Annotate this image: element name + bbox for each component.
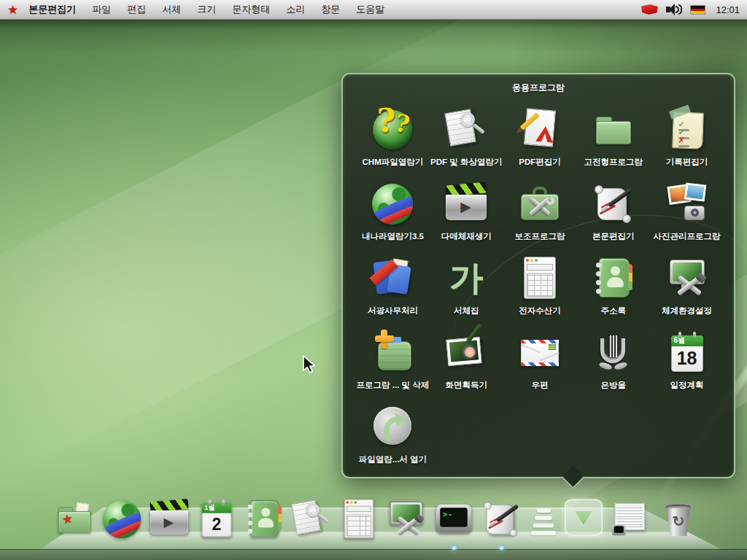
launcher-item-label: 서체집: [454, 306, 479, 316]
dock-item-text-editor[interactable]: [478, 494, 525, 541]
calendar-date-icon: 6월18: [664, 330, 711, 376]
launcher-item[interactable]: 체계환경설정: [650, 251, 724, 325]
launcher-item-label: PDF편집기: [519, 157, 561, 168]
dock-item-calculator[interactable]: [336, 494, 382, 541]
menu-edit[interactable]: 편집: [127, 3, 146, 16]
launcher-item[interactable]: 주소록: [576, 251, 650, 325]
launcher-item[interactable]: 프로그람 ... 및 삭제: [356, 325, 430, 400]
open-arrow-icon: [369, 404, 416, 451]
launcher-item[interactable]: 파일열람...서 열기: [356, 400, 430, 474]
doc-magnifier-icon: [443, 106, 489, 153]
addressbook-icon: [242, 497, 286, 541]
globe-question-icon: ??: [369, 106, 416, 153]
launcher-item-label: PDF 및 화상열람기: [430, 157, 502, 168]
menu-size[interactable]: 크기: [197, 3, 216, 16]
menu-help[interactable]: 도움말: [356, 3, 384, 16]
trash-icon: ↻: [657, 497, 700, 541]
launcher-item-label: 기록편집기: [666, 157, 708, 168]
clapperboard-icon: ▶: [147, 497, 191, 541]
launcher-item[interactable]: 서광사무처리: [356, 251, 430, 325]
addressbook-icon: [590, 255, 637, 302]
office-folders-icon: [369, 255, 416, 302]
clapperboard-icon: ▶: [443, 181, 489, 228]
menu-font[interactable]: 서체: [162, 3, 181, 16]
panel-title: 응용프로그람: [343, 82, 734, 94]
dock-item-system-settings[interactable]: [383, 494, 430, 541]
launcher-item-label: 파일열람...서 열기: [359, 454, 427, 465]
dock-item-app-launcher[interactable]: [560, 494, 607, 541]
dock-item-pdf-viewer[interactable]: [288, 494, 335, 541]
dock-item-media-player[interactable]: ▶: [146, 494, 193, 541]
launcher-item-label: 보조프로그람: [514, 231, 565, 242]
menu-file[interactable]: 파일: [92, 3, 111, 16]
launcher-item[interactable]: 전자수산기: [503, 251, 577, 325]
down-arrow-button-icon: [562, 497, 605, 541]
menu-text-format[interactable]: 문자형태: [232, 3, 270, 16]
dock-floor: [0, 549, 747, 560]
launcher-item-label: 프로그람 ... 및 삭제: [357, 380, 430, 391]
launcher-item[interactable]: PDF편집기: [503, 102, 577, 176]
dock-item-terminal[interactable]: >-: [430, 494, 477, 541]
calendar-date-icon: 1월2: [195, 497, 239, 541]
dock-item-trash[interactable]: ↻: [655, 494, 702, 541]
menu-window[interactable]: 창문: [321, 3, 340, 16]
scroll-pen-icon: [590, 181, 637, 228]
launcher-item[interactable]: PDF 및 화상열람기: [430, 102, 503, 176]
red-flag-icon[interactable]: [641, 4, 658, 15]
launcher-item[interactable]: 본문편집기: [576, 176, 650, 251]
envelope-airmail-icon: [516, 330, 563, 376]
globe-sash-icon: [100, 497, 144, 541]
launcher-item-label: 내나라열람기3.5: [362, 231, 424, 242]
launcher-item[interactable]: ??CHM파일열람기: [356, 102, 430, 176]
speaker-icon[interactable]: [666, 4, 682, 15]
log-window-icon: [609, 497, 653, 541]
pdf-edit-icon: [516, 106, 563, 153]
dock-icons: ★▶1월2>-↻: [51, 494, 703, 541]
launcher-item-label: 고전형프로그람: [584, 157, 643, 168]
dock-item-file-manager[interactable]: ★: [51, 494, 98, 541]
launcher-item[interactable]: ▶다매체재생기: [430, 176, 503, 251]
scroll-pen-icon: [479, 497, 523, 541]
launcher-item[interactable]: 우편: [503, 325, 577, 400]
launcher-item-label: 서광사무처리: [368, 306, 418, 316]
monitor-tools-icon: [664, 255, 711, 302]
launcher-item[interactable]: 은방울: [576, 325, 650, 400]
launcher-item[interactable]: 보조프로그람: [503, 176, 577, 251]
launcher-item[interactable]: 내나라열람기3.5: [356, 176, 430, 251]
launcher-item-label: 본문편집기: [592, 231, 635, 242]
monitor-tools-icon: [384, 497, 428, 541]
dock-item-calendar[interactable]: 1월2: [193, 494, 240, 541]
launcher-item[interactable]: 가서체집: [430, 251, 503, 325]
launcher-item-label: 다매체재생기: [441, 231, 492, 242]
dock-item-address-book[interactable]: [241, 494, 287, 541]
clock: 12:01: [713, 4, 740, 15]
calculator-icon: [516, 255, 563, 302]
dock-item-log-viewer[interactable]: [608, 494, 654, 541]
package-plus-icon: [369, 330, 416, 376]
folder-star-icon: ★: [53, 497, 96, 541]
launcher-item[interactable]: ✓✓✗기록편집기: [650, 102, 724, 176]
dock-item-naenara-browser[interactable]: [98, 494, 145, 541]
german-flag-icon[interactable]: [690, 5, 705, 15]
dock-item-separator: [525, 494, 559, 541]
menubar: ★ 본문편집기 파일 편집 서체 크기 문자형태 소리 창문 도움말 12:01: [0, 0, 747, 20]
launcher-item[interactable]: 6월18일정계획: [650, 325, 724, 400]
launcher-item[interactable]: 고전형프로그람: [576, 102, 650, 176]
dock: ★▶1월2>-↻: [0, 480, 747, 560]
toolbox-green-icon: [516, 181, 563, 228]
active-app-menu[interactable]: 본문편집기: [28, 3, 76, 16]
launcher-item[interactable]: 사진관리프로그람: [650, 176, 724, 251]
red-star-icon: ★: [7, 2, 18, 18]
note-checklist-icon: ✓✓✗: [664, 106, 711, 153]
app-grid: ??CHM파일열람기PDF 및 화상열람기PDF편집기고전형프로그람✓✓✗기록편…: [356, 102, 724, 474]
launcher-item-label: 화면획득기: [445, 380, 487, 391]
lyre-icon: [590, 330, 637, 376]
launcher-item-label: CHM파일열람기: [363, 157, 424, 168]
launcher-item[interactable]: 화면획득기: [430, 325, 503, 400]
launcher-item-label: 전자수산기: [519, 306, 561, 316]
system-tray: 12:01: [641, 4, 740, 15]
menu-sound[interactable]: 소리: [286, 3, 305, 16]
doc-magnifier-icon: [290, 497, 333, 541]
terminal-icon: >-: [432, 497, 476, 541]
launcher-item-label: 은방울: [601, 380, 627, 391]
